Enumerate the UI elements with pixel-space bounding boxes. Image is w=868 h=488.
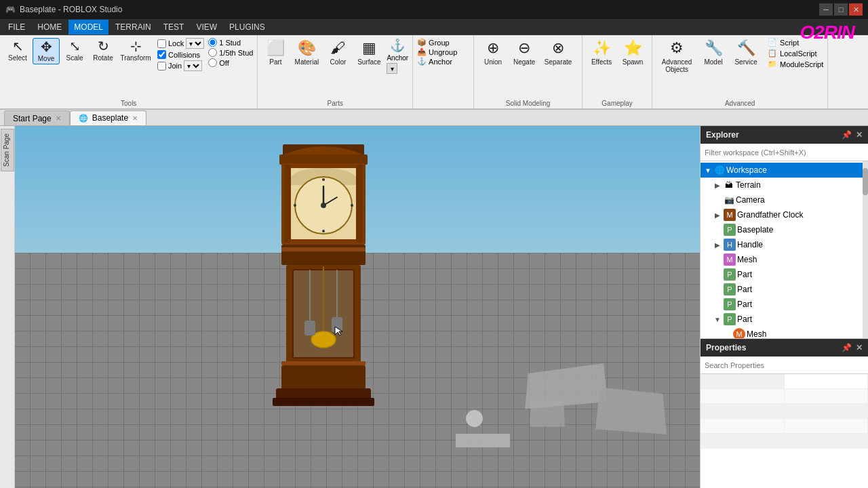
material-button[interactable]: 🎨 Material <box>290 38 323 67</box>
mesh2-expander[interactable]: ▶ <box>722 329 732 338</box>
surface-button[interactable]: ▦ Surface <box>353 38 385 67</box>
menu-model[interactable]: MODEL <box>68 20 108 35</box>
explorer-search[interactable] <box>701 144 868 161</box>
explorer-pin-button[interactable]: 📌 <box>842 130 852 140</box>
tree-item-mesh2[interactable]: ▶ M Mesh <box>701 327 868 338</box>
menu-plugins[interactable]: PLUGINS <box>224 20 271 35</box>
explorer-filter-input[interactable] <box>705 145 864 159</box>
modulescript-button[interactable]: 📁ModuleScript <box>768 60 823 68</box>
lock-checkbox[interactable] <box>157 39 166 48</box>
tree-item-handle[interactable]: ▶ H Handle <box>701 237 868 252</box>
maximize-button[interactable]: □ <box>834 3 848 16</box>
select-button[interactable]: ↖ Select <box>4 38 31 63</box>
workspace-icon-sm: 🌐 <box>79 114 88 123</box>
explorer-close-button[interactable]: ✕ <box>856 130 863 140</box>
menu-test[interactable]: TEST <box>158 20 190 35</box>
join-checkbox[interactable] <box>157 62 166 70</box>
close-button[interactable]: ✕ <box>849 3 863 16</box>
transform-icon: ⊹ <box>130 39 142 53</box>
advanced-objects-button[interactable]: ⚙ Advanced Objects <box>656 38 697 75</box>
menu-home[interactable]: HOME <box>32 20 67 35</box>
radio-1stud[interactable]: 1 Stud <box>208 38 253 47</box>
tree-item-terrain[interactable]: ▶ 🏔 Terrain <box>701 178 868 192</box>
properties-search-input[interactable] <box>705 358 864 372</box>
model-button[interactable]: 🔧 Model <box>698 38 728 67</box>
part3-expander[interactable]: ▶ <box>713 300 722 309</box>
tree-item-part1[interactable]: ▶ P Part <box>701 267 868 282</box>
join-dropdown[interactable]: ▾ <box>184 60 202 71</box>
collisions-check[interactable]: Collisions <box>157 50 204 59</box>
tree-scrollbar-thumb[interactable] <box>863 168 868 195</box>
service-button[interactable]: 🔨 Service <box>730 38 762 67</box>
separate-button[interactable]: ⊗ Separate <box>540 38 576 67</box>
part-icon: ⬜ <box>267 39 285 57</box>
tree-item-camera[interactable]: ▶ 📷 Camera <box>701 192 868 207</box>
scale-button[interactable]: ⤡ Scale <box>61 38 88 63</box>
parts-expand-btn[interactable]: ▾ <box>387 63 397 74</box>
handle-expander[interactable]: ▶ <box>713 240 722 249</box>
anchor-group-button[interactable]: ⚓ Anchor <box>417 57 452 66</box>
tab-baseplate[interactable]: 🌐 Baseplate ✕ <box>70 110 146 125</box>
lock-dropdown[interactable]: ▾ <box>186 38 204 49</box>
rotate-button[interactable]: ↻ Rotate <box>90 38 117 63</box>
tree-scrollbar[interactable] <box>863 161 868 338</box>
prop-row-4 <box>701 419 868 434</box>
tree-item-part3[interactable]: ▶ P Part <box>701 297 868 312</box>
mesh-expander[interactable]: ▶ <box>713 255 722 264</box>
minimize-button[interactable]: ─ <box>819 3 833 16</box>
properties-close-button[interactable]: ✕ <box>856 343 863 352</box>
tree-item-baseplate[interactable]: ▶ P Baseplate <box>701 222 868 237</box>
negate-button[interactable]: ⊖ Negate <box>509 38 539 67</box>
baseplate-expander[interactable]: ▶ <box>713 225 722 235</box>
radio-15stud[interactable]: 1/5th Stud <box>208 48 253 57</box>
tree-item-workspace[interactable]: ▼ 🌐 Workspace <box>701 163 868 178</box>
transform-button[interactable]: ⊹ Transform <box>118 38 153 63</box>
group-button[interactable]: 📦 Group <box>417 38 450 47</box>
tree-item-grandfather-clock[interactable]: ▶ M Grandfather Clock <box>701 207 868 222</box>
part1-expander[interactable]: ▶ <box>713 270 722 279</box>
anchor-group: ⚓ Anchor ▾ <box>387 38 408 85</box>
properties-pin-button[interactable]: 📌 <box>842 343 852 352</box>
grandfather-clock-label: Grandfather Clock <box>737 210 803 220</box>
menu-terrain[interactable]: TERRAIN <box>110 20 157 35</box>
scan-page-button[interactable]: Scan Page <box>1 129 14 171</box>
move-button[interactable]: ✥ Move <box>33 38 60 64</box>
viewport[interactable] <box>15 126 700 488</box>
svg-rect-21 <box>304 321 315 336</box>
menu-view[interactable]: VIEW <box>191 20 222 35</box>
effects-button[interactable]: ✨ Effects <box>587 38 616 67</box>
spawn-button[interactable]: ⭐ Spawn <box>618 38 648 67</box>
terrain-expander[interactable]: ▶ <box>713 180 722 190</box>
properties-search[interactable] <box>701 357 868 374</box>
tab-baseplate-close[interactable]: ✕ <box>132 115 138 122</box>
union-button[interactable]: ⊕ Union <box>478 38 508 67</box>
tree-item-mesh[interactable]: ▶ M Mesh <box>701 252 868 267</box>
part-button[interactable]: ⬜ Part <box>262 38 289 67</box>
tree-item-part2[interactable]: ▶ P Part <box>701 282 868 297</box>
tree-item-part4[interactable]: ▼ P Part <box>701 312 868 327</box>
part2-expander[interactable]: ▶ <box>713 285 722 294</box>
ungroup-icon: 📤 <box>417 47 427 56</box>
ungroup-button[interactable]: 📤 Ungroup <box>417 47 457 56</box>
baseplate-label: Baseplate <box>737 225 773 235</box>
lock-check[interactable]: Lock ▾ <box>157 38 204 49</box>
ribbon-section-solidmodeling: ⊕ Union ⊖ Negate ⊗ Separate Solid Modeli… <box>474 35 583 108</box>
grandfather-clock-expander[interactable]: ▶ <box>713 210 722 220</box>
collisions-checkbox[interactable] <box>157 50 166 59</box>
tab-start-page[interactable]: Start Page ✕ <box>4 110 70 125</box>
properties-header-controls: 📌 ✕ <box>842 343 863 352</box>
localscript-button[interactable]: 📋LocalScript <box>768 49 823 58</box>
svg-rect-13 <box>356 165 363 243</box>
workspace-expander[interactable]: ▼ <box>703 165 713 175</box>
camera-label: Camera <box>736 195 765 205</box>
tab-start-page-close[interactable]: ✕ <box>56 115 61 122</box>
radio-off[interactable]: Off <box>208 58 253 67</box>
modulescript-icon: 📁 <box>768 60 777 68</box>
menu-file[interactable]: FILE <box>3 20 31 35</box>
explorer-header-controls: 📌 ✕ <box>842 130 863 140</box>
camera-expander[interactable]: ▶ <box>713 195 722 205</box>
part4-expander[interactable]: ▼ <box>713 314 722 324</box>
color-button[interactable]: 🖌 Color <box>324 38 351 67</box>
part2-icon: P <box>724 283 736 296</box>
join-check[interactable]: Join ▾ <box>157 60 204 71</box>
